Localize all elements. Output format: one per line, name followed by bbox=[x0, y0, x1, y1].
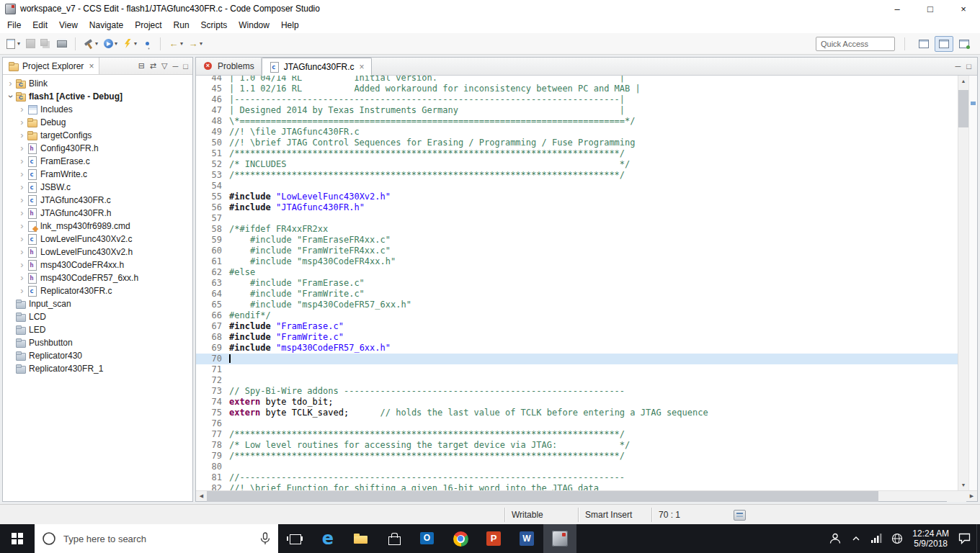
scroll-right-arrow-icon[interactable]: ▶ bbox=[966, 491, 977, 502]
build-button[interactable]: ▾ bbox=[81, 36, 99, 52]
tree-item-input-scan[interactable]: Input_scan bbox=[3, 297, 192, 310]
menu-window[interactable]: Window bbox=[233, 18, 275, 32]
code-line-58[interactable]: 58/*#ifdef FR4xxFR2xx bbox=[196, 224, 958, 235]
tree-item-jtagfunc430fr-c[interactable]: ›JTAGfunc430FR.c bbox=[3, 194, 192, 207]
taskbar-app-chrome[interactable] bbox=[444, 524, 477, 553]
tree-item-replicator430fr-c[interactable]: ›Replicator430FR.c bbox=[3, 284, 192, 297]
tree-item-replicator430[interactable]: Replicator430 bbox=[3, 349, 192, 362]
code-line-63[interactable]: 63 #include "FramErase.c" bbox=[196, 278, 958, 289]
code-line-48[interactable]: 48\*====================================… bbox=[196, 116, 958, 127]
show-desktop-button[interactable] bbox=[976, 524, 980, 553]
minimize-editor-button[interactable]: ─ bbox=[956, 62, 961, 71]
code-line-52[interactable]: 52/* INCLUDES */ bbox=[196, 159, 958, 170]
dropdown-caret-icon[interactable]: ▾ bbox=[17, 40, 20, 47]
editor-tab-problems[interactable]: Problems bbox=[196, 58, 262, 75]
code-line-82[interactable]: 82//! \brief Function for shifting a giv… bbox=[196, 483, 958, 490]
expand-arrow-icon[interactable]: › bbox=[17, 246, 27, 258]
code-line-66[interactable]: 66#endif*/ bbox=[196, 310, 958, 321]
horizontal-scrollbar[interactable]: ◀ ▶ bbox=[196, 490, 977, 501]
code-editor[interactable]: 44| 1.0 04/14 RL Initial version. |45| 1… bbox=[196, 76, 958, 490]
code-line-50[interactable]: 50//! \brief JTAG Control Sequences for … bbox=[196, 138, 958, 148]
code-line-79[interactable]: 79/*************************************… bbox=[196, 451, 958, 462]
taskbar-app-edge[interactable] bbox=[311, 524, 344, 553]
expand-arrow-icon[interactable]: › bbox=[17, 272, 27, 284]
pin-button[interactable] bbox=[140, 36, 154, 52]
flash-button[interactable]: ▾ bbox=[120, 36, 138, 52]
expand-arrow-icon[interactable]: › bbox=[17, 220, 27, 232]
action-center-icon[interactable] bbox=[958, 533, 971, 544]
expand-arrow-icon[interactable]: › bbox=[17, 117, 27, 128]
tree-item-msp430codefr4xx-h[interactable]: ›msp430CodeFR4xx.h bbox=[3, 258, 192, 271]
signal-icon[interactable] bbox=[870, 534, 882, 544]
expand-arrow-icon[interactable]: › bbox=[17, 143, 27, 154]
close-tab-icon[interactable]: × bbox=[360, 62, 365, 72]
status-edit-icon[interactable] bbox=[734, 510, 746, 521]
taskbar-app-file-explorer[interactable] bbox=[344, 524, 378, 553]
ccs-debug-perspective-button[interactable] bbox=[955, 36, 974, 52]
tree-item-lowlevelfunc430xv2-c[interactable]: ›LowLevelFunc430Xv2.c bbox=[3, 233, 192, 246]
expand-arrow-icon[interactable]: › bbox=[6, 78, 15, 89]
scroll-up-arrow-icon[interactable]: ▲ bbox=[958, 76, 969, 86]
vertical-scroll-thumb[interactable] bbox=[958, 90, 969, 127]
menu-navigate[interactable]: Navigate bbox=[84, 18, 129, 32]
menu-edit[interactable]: Edit bbox=[27, 18, 53, 32]
debug-button[interactable]: ▾ bbox=[101, 36, 119, 52]
expand-arrow-icon[interactable]: › bbox=[17, 207, 27, 219]
taskbar-app-store[interactable] bbox=[378, 524, 411, 553]
taskbar-app-ccs[interactable] bbox=[543, 524, 576, 553]
link-with-editor-button[interactable]: ⇄ bbox=[150, 61, 156, 71]
expand-arrow-icon[interactable]: › bbox=[17, 285, 27, 297]
horizontal-scroll-thumb[interactable] bbox=[207, 491, 878, 502]
expand-arrow-icon[interactable]: › bbox=[17, 130, 27, 141]
close-window-button[interactable]: × bbox=[947, 0, 980, 17]
tree-item-framwrite-c[interactable]: ›FramWrite.c bbox=[3, 168, 192, 181]
forward-button[interactable]: ▾ bbox=[186, 36, 204, 52]
taskbar-search-input[interactable]: Type here to search bbox=[35, 524, 278, 553]
maximize-view-button[interactable]: □ bbox=[183, 62, 188, 71]
back-button[interactable]: ▾ bbox=[166, 36, 184, 52]
open-perspective-button[interactable] bbox=[914, 36, 933, 52]
code-line-45[interactable]: 45| 1.1 02/16 RL Added workaround for in… bbox=[196, 84, 958, 94]
ccs-edit-perspective-button[interactable] bbox=[935, 36, 953, 52]
tree-item-blink[interactable]: ›Blink bbox=[3, 77, 192, 90]
taskbar-clock[interactable]: 12:24 AM 5/9/2018 bbox=[912, 529, 949, 549]
taskbar-app-word[interactable] bbox=[510, 524, 543, 553]
collapse-all-button[interactable]: ⊟ bbox=[138, 61, 145, 71]
code-line-68[interactable]: 68#include "FramWrite.c" bbox=[196, 332, 958, 343]
tree-item-lnk-msp430fr6989-cmd[interactable]: ›lnk_msp430fr6989.cmd bbox=[3, 220, 192, 233]
code-line-61[interactable]: 61 #include "msp430CodeFR4xx.h" bbox=[196, 256, 958, 267]
expand-arrow-icon[interactable]: › bbox=[17, 259, 27, 271]
code-line-78[interactable]: 78/* Low level routines for accessing th… bbox=[196, 440, 958, 451]
code-line-53[interactable]: 53/*************************************… bbox=[196, 170, 958, 181]
dropdown-caret-icon[interactable]: ▾ bbox=[200, 40, 202, 47]
tree-item-jtagfunc430fr-h[interactable]: ›JTAGfunc430FR.h bbox=[3, 207, 192, 220]
dropdown-caret-icon[interactable]: ▾ bbox=[115, 40, 117, 47]
code-line-55[interactable]: 55#include "LowLevelFunc430Xv2.h" bbox=[196, 192, 958, 202]
menu-view[interactable]: View bbox=[53, 18, 84, 32]
user-icon[interactable] bbox=[829, 532, 842, 545]
view-menu-button[interactable]: ▽ bbox=[161, 61, 167, 71]
code-line-74[interactable]: 74extern byte tdo_bit; bbox=[196, 397, 958, 408]
tree-item-config430fr-h[interactable]: ›Config430FR.h bbox=[3, 142, 192, 155]
dropdown-caret-icon[interactable]: ▾ bbox=[180, 40, 183, 47]
tree-item-replicator430fr-1[interactable]: Replicator430FR_1 bbox=[3, 362, 192, 375]
dropdown-caret-icon[interactable]: ▾ bbox=[95, 40, 98, 47]
editor-tab-jtagfunc430fr-c[interactable]: JTAGfunc430FR.c× bbox=[262, 58, 372, 76]
expand-arrow-icon[interactable]: › bbox=[17, 156, 27, 167]
tree-item-msp430codefr57-6xx-h[interactable]: ›msp430CodeFR57_6xx.h bbox=[3, 271, 192, 284]
menu-scripts[interactable]: Scripts bbox=[195, 18, 233, 32]
code-line-51[interactable]: 51/*************************************… bbox=[196, 148, 958, 159]
tree-item-lcd[interactable]: LCD bbox=[3, 310, 192, 323]
code-line-75[interactable]: 75extern byte TCLK_saved; // holds the l… bbox=[196, 408, 958, 418]
expand-arrow-icon[interactable]: › bbox=[17, 104, 27, 115]
tree-item-pushbutton[interactable]: Pushbutton bbox=[3, 336, 192, 349]
code-line-44[interactable]: 44| 1.0 04/14 RL Initial version. | bbox=[196, 76, 958, 84]
code-line-49[interactable]: 49//! \file JTAGfunc430FR.c bbox=[196, 127, 958, 138]
start-button[interactable] bbox=[0, 524, 35, 553]
code-line-70[interactable]: 70 bbox=[196, 354, 958, 364]
tree-item-framerase-c[interactable]: ›FramErase.c bbox=[3, 155, 192, 168]
vertical-scrollbar[interactable]: ▲ ▼ bbox=[958, 76, 968, 490]
close-view-icon[interactable]: × bbox=[89, 61, 94, 71]
code-line-67[interactable]: 67#include "FramErase.c" bbox=[196, 321, 958, 332]
code-line-81[interactable]: 81//------------------------------------… bbox=[196, 472, 958, 483]
